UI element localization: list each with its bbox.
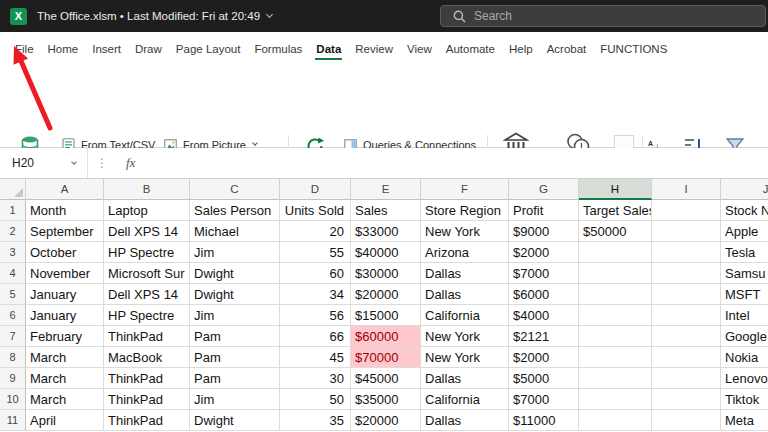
cell-H10[interactable] [579, 389, 652, 410]
row-header-11[interactable]: 11 [0, 410, 26, 431]
cell-I6[interactable] [652, 305, 721, 326]
cell-I10[interactable] [652, 389, 721, 410]
column-header-G[interactable]: G [509, 179, 579, 200]
cell-J6[interactable]: Intel [721, 305, 768, 326]
cell-F5[interactable]: Dallas [421, 284, 509, 305]
cell-I11[interactable] [652, 410, 721, 431]
row-header-4[interactable]: 4 [0, 263, 26, 284]
column-header-E[interactable]: E [351, 179, 421, 200]
cell-I5[interactable] [652, 284, 721, 305]
cell-E3[interactable]: $40000 [351, 242, 421, 263]
cell-F1[interactable]: Store Region [421, 200, 509, 221]
cell-E11[interactable]: $20000 [351, 410, 421, 431]
row-header-6[interactable]: 6 [0, 305, 26, 326]
cell-B9[interactable]: ThinkPad [104, 368, 190, 389]
excel-app-icon[interactable]: X [10, 8, 27, 25]
cell-E9[interactable]: $45000 [351, 368, 421, 389]
cell-C5[interactable]: Dwight [190, 284, 280, 305]
cell-B4[interactable]: Microsoft Sur [104, 263, 190, 284]
cell-A6[interactable]: January [26, 305, 104, 326]
cell-H9[interactable] [579, 368, 652, 389]
cell-G6[interactable]: $4000 [509, 305, 579, 326]
cell-F10[interactable]: California [421, 389, 509, 410]
tab-insert[interactable]: Insert [85, 32, 128, 65]
cell-G11[interactable]: $11000 [509, 410, 579, 431]
formula-input[interactable] [145, 148, 768, 178]
cell-C10[interactable]: Jim [190, 389, 280, 410]
cell-G3[interactable]: $2000 [509, 242, 579, 263]
cell-B2[interactable]: Dell XPS 14 [104, 221, 190, 242]
cell-D2[interactable]: 20 [280, 221, 351, 242]
tab-page-layout[interactable]: Page Layout [169, 32, 248, 65]
tab-review[interactable]: Review [348, 32, 400, 65]
cell-B5[interactable]: Dell XPS 14 [104, 284, 190, 305]
cell-J9[interactable]: Lenovo [721, 368, 768, 389]
cell-G1[interactable]: Profit [509, 200, 579, 221]
cell-E2[interactable]: $33000 [351, 221, 421, 242]
cell-E1[interactable]: Sales [351, 200, 421, 221]
cell-D6[interactable]: 56 [280, 305, 351, 326]
cell-B11[interactable]: ThinkPad [104, 410, 190, 431]
cell-J4[interactable]: Samsu [721, 263, 768, 284]
cell-E6[interactable]: $15000 [351, 305, 421, 326]
row-header-8[interactable]: 8 [0, 347, 26, 368]
cell-E5[interactable]: $20000 [351, 284, 421, 305]
cell-H8[interactable] [579, 347, 652, 368]
search-box[interactable]: Search [440, 5, 766, 27]
cell-B7[interactable]: ThinkPad [104, 326, 190, 347]
cell-B8[interactable]: MacBook [104, 347, 190, 368]
row-header-2[interactable]: 2 [0, 221, 26, 242]
tab-data[interactable]: Data [309, 32, 348, 65]
cell-A7[interactable]: February [26, 326, 104, 347]
cell-D7[interactable]: 66 [280, 326, 351, 347]
column-header-C[interactable]: C [190, 179, 280, 200]
cell-E10[interactable]: $35000 [351, 389, 421, 410]
name-box[interactable]: H20 [0, 148, 88, 178]
cell-E8[interactable]: $70000 [351, 347, 421, 368]
cell-F2[interactable]: New York [421, 221, 509, 242]
cell-C7[interactable]: Pam [190, 326, 280, 347]
cell-G10[interactable]: $7000 [509, 389, 579, 410]
cell-F11[interactable]: Dallas [421, 410, 509, 431]
cell-E7[interactable]: $60000 [351, 326, 421, 347]
cell-H11[interactable] [579, 410, 652, 431]
cell-C9[interactable]: Pam [190, 368, 280, 389]
cell-H2[interactable]: $50000 [579, 221, 652, 242]
column-header-J[interactable]: J [721, 179, 768, 200]
select-all-corner[interactable] [0, 179, 26, 200]
row-header-3[interactable]: 3 [0, 242, 26, 263]
cell-B6[interactable]: HP Spectre [104, 305, 190, 326]
cell-H1[interactable]: Target Sales [579, 200, 652, 221]
cell-A9[interactable]: March [26, 368, 104, 389]
cell-A4[interactable]: November [26, 263, 104, 284]
cell-F9[interactable]: Dallas [421, 368, 509, 389]
cell-J10[interactable]: Tiktok [721, 389, 768, 410]
cell-J2[interactable]: Apple [721, 221, 768, 242]
cell-I2[interactable] [652, 221, 721, 242]
cell-G7[interactable]: $2121 [509, 326, 579, 347]
cell-D4[interactable]: 60 [280, 263, 351, 284]
tab-help[interactable]: Help [502, 32, 540, 65]
cell-D9[interactable]: 30 [280, 368, 351, 389]
column-header-B[interactable]: B [104, 179, 190, 200]
cell-C3[interactable]: Jim [190, 242, 280, 263]
cell-H7[interactable] [579, 326, 652, 347]
tab-automate[interactable]: Automate [439, 32, 502, 65]
cell-A5[interactable]: January [26, 284, 104, 305]
cell-F7[interactable]: New York [421, 326, 509, 347]
cell-J11[interactable]: Meta [721, 410, 768, 431]
row-header-5[interactable]: 5 [0, 284, 26, 305]
name-box-dropdown-icon[interactable] [71, 159, 77, 165]
tab-acrobat[interactable]: Acrobat [540, 32, 594, 65]
cell-C8[interactable]: Pam [190, 347, 280, 368]
cell-A1[interactable]: Month [26, 200, 104, 221]
cell-G5[interactable]: $6000 [509, 284, 579, 305]
cell-A2[interactable]: September [26, 221, 104, 242]
cell-C11[interactable]: Dwight [190, 410, 280, 431]
cell-J3[interactable]: Tesla [721, 242, 768, 263]
row-header-10[interactable]: 10 [0, 389, 26, 410]
cell-D10[interactable]: 50 [280, 389, 351, 410]
tab-file[interactable]: File [8, 32, 41, 65]
column-header-H[interactable]: H [579, 179, 652, 200]
cell-H4[interactable] [579, 263, 652, 284]
